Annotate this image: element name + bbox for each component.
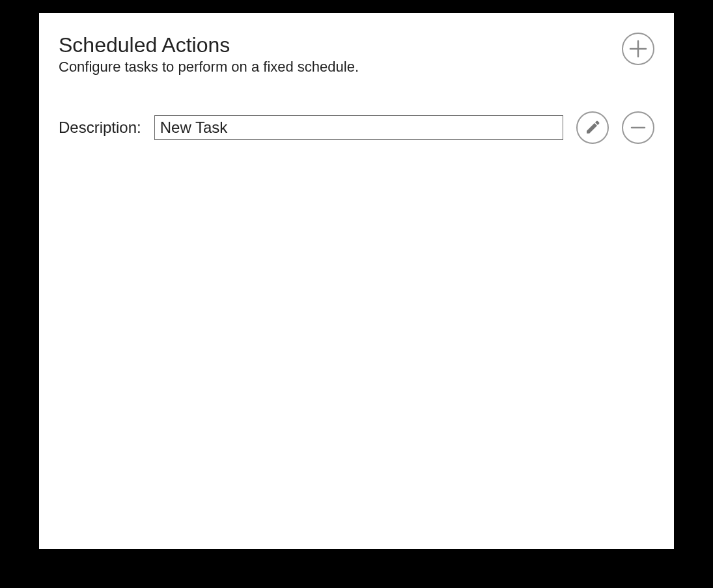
plus-icon [628, 39, 648, 59]
task-row: Description: [59, 111, 654, 144]
remove-task-button[interactable] [622, 111, 654, 144]
edit-task-button[interactable] [576, 111, 609, 144]
pencil-icon [584, 119, 601, 136]
task-row-actions [576, 111, 654, 144]
description-label: Description: [59, 119, 141, 137]
description-input[interactable] [154, 115, 563, 140]
scheduled-actions-panel: Scheduled Actions Configure tasks to per… [39, 13, 674, 549]
add-task-button[interactable] [622, 33, 654, 65]
title-block: Scheduled Actions Configure tasks to per… [59, 33, 359, 76]
panel-header: Scheduled Actions Configure tasks to per… [59, 33, 654, 76]
page-title: Scheduled Actions [59, 33, 359, 57]
minus-icon [628, 118, 648, 137]
page-subtitle: Configure tasks to perform on a fixed sc… [59, 59, 359, 76]
